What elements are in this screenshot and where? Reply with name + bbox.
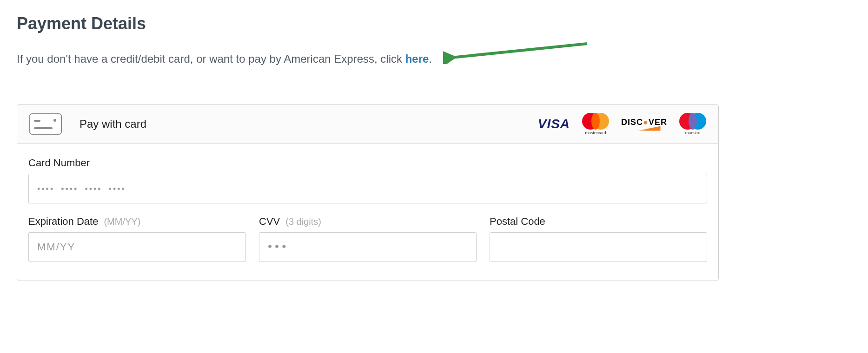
- postal-code-input[interactable]: [490, 232, 707, 262]
- payment-card-header: Pay with card VISA mastercard DISC●VER m…: [17, 105, 718, 144]
- pay-with-label: Pay with card: [80, 118, 146, 131]
- subtitle-text: If you don't have a credit/debit card, o…: [17, 52, 432, 65]
- card-number-field: Card Number: [28, 157, 707, 203]
- secondary-fields-row: Expiration Date (MM/YY) CVV (3 digits) P…: [28, 216, 707, 262]
- maestro-label: maestro: [685, 131, 701, 135]
- card-number-label: Card Number: [28, 157, 707, 169]
- postal-code-field: Postal Code: [490, 216, 707, 262]
- card-number-input[interactable]: [28, 174, 707, 203]
- card-brand-logos: VISA mastercard DISC●VER maestro: [538, 113, 706, 135]
- cvv-input[interactable]: [259, 232, 477, 262]
- maestro-logo-icon: maestro: [679, 113, 706, 135]
- expiration-label: Expiration Date (MM/YY): [28, 216, 246, 228]
- expiration-hint: (MM/YY): [104, 216, 140, 227]
- header-left: Pay with card: [29, 113, 146, 135]
- mastercard-label: mastercard: [585, 131, 606, 135]
- subtitle-suffix: .: [429, 52, 432, 65]
- svg-line-0: [451, 44, 587, 58]
- postal-code-label: Postal Code: [490, 216, 707, 228]
- cvv-label-text: CVV: [259, 216, 280, 228]
- visa-logo-icon: VISA: [538, 117, 570, 131]
- credit-card-icon: [29, 113, 62, 135]
- payment-card-panel: Pay with card VISA mastercard DISC●VER m…: [17, 104, 719, 281]
- subtitle-row: If you don't have a credit/debit card, o…: [17, 46, 851, 72]
- page-title: Payment Details: [17, 14, 851, 33]
- subtitle-prefix: If you don't have a credit/debit card, o…: [17, 52, 405, 65]
- alternate-payment-link[interactable]: here: [405, 52, 429, 65]
- cvv-hint: (3 digits): [285, 216, 321, 227]
- arrow-icon: [443, 41, 592, 66]
- payment-card-body: Card Number Expiration Date (MM/YY) CVV …: [17, 144, 718, 281]
- cvv-label: CVV (3 digits): [259, 216, 477, 228]
- mastercard-logo-icon: mastercard: [582, 113, 609, 135]
- cvv-field: CVV (3 digits): [259, 216, 477, 262]
- expiration-input[interactable]: [28, 232, 246, 262]
- expiration-field: Expiration Date (MM/YY): [28, 216, 246, 262]
- expiration-label-text: Expiration Date: [28, 216, 98, 228]
- discover-logo-icon: DISC●VER: [621, 118, 667, 131]
